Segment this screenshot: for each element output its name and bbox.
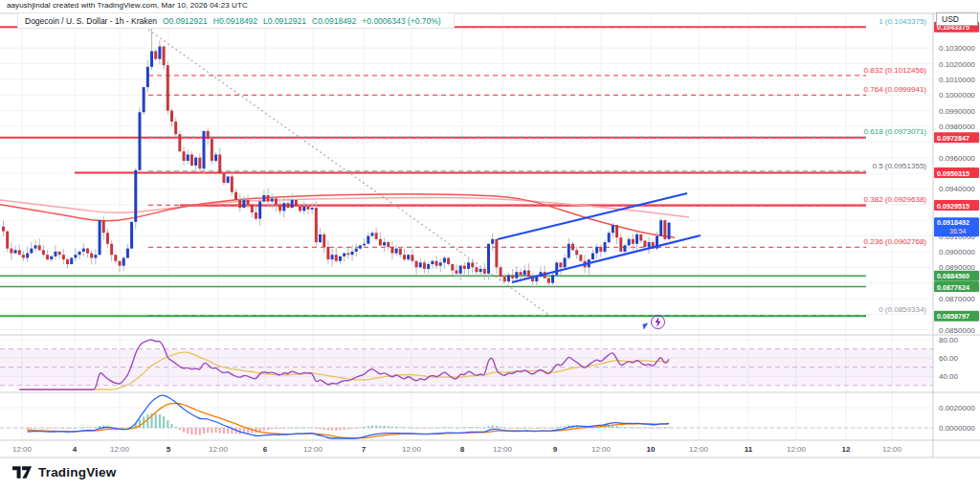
svg-text:12:00: 12:00 [303, 445, 323, 454]
footer-branding[interactable]: TradingView [12, 465, 116, 479]
svg-text:0.0972847: 0.0972847 [937, 134, 969, 143]
svg-text:0.1010000: 0.1010000 [939, 76, 975, 84]
svg-text:5: 5 [167, 445, 171, 454]
svg-text:12:00: 12:00 [493, 445, 513, 454]
svg-text:12:00: 12:00 [882, 445, 902, 454]
svg-text:40.00: 40.00 [939, 372, 959, 381]
svg-text:0.5 (0.0951355): 0.5 (0.0951355) [873, 162, 927, 170]
svg-text:60.00: 60.00 [939, 354, 959, 363]
lightning-bolt-icon [654, 317, 662, 327]
svg-text:1 (0.1043375): 1 (0.1043375) [879, 17, 926, 26]
svg-text:0.0000000: 0.0000000 [939, 424, 975, 433]
svg-text:80.00: 80.00 [939, 336, 959, 345]
ohlc-legend[interactable]: Dogecoin / U. S. Dollar - 1h - Kraken O0… [17, 12, 455, 29]
change-value: +0.0006343 (+0.70%) [362, 16, 440, 26]
svg-text:0.0980000: 0.0980000 [939, 122, 975, 131]
symbol-title: Dogecoin / U. S. Dollar - 1h - Kraken [25, 16, 157, 26]
svg-text:0.382 (0.0929638): 0.382 (0.0929638) [864, 195, 927, 204]
svg-text:0.0850000: 0.0850000 [939, 326, 975, 335]
svg-text:0.0900000: 0.0900000 [939, 248, 975, 256]
svg-text:0.0950315: 0.0950315 [937, 169, 969, 178]
svg-text:36:54: 36:54 [949, 228, 967, 234]
svg-text:0.0918492: 0.0918492 [937, 218, 969, 227]
svg-text:12:00: 12:00 [787, 445, 807, 454]
lightning-annotation[interactable] [651, 315, 665, 329]
rsi-band [0, 349, 933, 386]
price-chart-canvas[interactable]: 1 (0.1043375)0.832 (0.1012456)0.764 (0.0… [0, 0, 980, 490]
svg-text:0.0877624: 0.0877624 [937, 283, 969, 292]
fib-retracement-lines [148, 27, 866, 315]
svg-text:0.832 (0.1012456): 0.832 (0.1012456) [864, 66, 927, 75]
svg-text:11: 11 [745, 445, 753, 454]
brand-name: TradingView [38, 465, 116, 479]
svg-text:9: 9 [553, 445, 558, 454]
svg-text:0.0960000: 0.0960000 [939, 154, 975, 163]
fib-labels: 1 (0.1043375)0.832 (0.1012456)0.764 (0.0… [864, 17, 927, 314]
time-axis[interactable]: 12:00412:00512:00612:00712:00812:00912:0… [12, 445, 902, 454]
svg-text:12:00: 12:00 [209, 445, 229, 454]
tradingview-chart-window: aayushjindal created with TradingView.co… [0, 0, 980, 490]
svg-text:4: 4 [73, 445, 78, 454]
svg-text:0.1030000: 0.1030000 [939, 44, 975, 53]
svg-text:12:00: 12:00 [12, 445, 33, 454]
svg-text:0.1000000: 0.1000000 [939, 91, 975, 100]
svg-text:10: 10 [647, 445, 656, 454]
svg-text:0.236 (0.0902768): 0.236 (0.0902768) [864, 237, 927, 246]
close-value: C0.0918492 [312, 16, 356, 26]
svg-text:0.0870000: 0.0870000 [939, 295, 975, 303]
svg-text:12:00: 12:00 [402, 445, 422, 454]
price-axis[interactable]: 0.10300000.10200000.10100000.10000000.09… [939, 44, 975, 433]
open-value: O0.0912921 [163, 16, 208, 26]
svg-text:0.0020000: 0.0020000 [939, 404, 975, 412]
low-value: L0.0912921 [263, 16, 306, 26]
svg-text:0.1020000: 0.1020000 [939, 60, 975, 69]
high-value: H0.0918492 [213, 16, 257, 26]
svg-text:0.0884560: 0.0884560 [937, 272, 969, 280]
svg-text:6: 6 [263, 445, 268, 454]
svg-text:0.618 (0.0973071): 0.618 (0.0973071) [864, 127, 927, 136]
svg-text:7: 7 [362, 445, 367, 454]
currency-toggle[interactable]: USD [936, 12, 978, 26]
svg-text:0.0858797: 0.0858797 [937, 312, 969, 321]
macd-pane [27, 395, 670, 438]
svg-text:0 (0.0859334): 0 (0.0859334) [879, 305, 926, 314]
svg-text:12:00: 12:00 [591, 445, 612, 454]
svg-text:12:00: 12:00 [110, 445, 130, 454]
svg-text:12: 12 [842, 445, 851, 454]
svg-text:0.0929515: 0.0929515 [937, 202, 969, 211]
pointer-cursor-icon [642, 323, 649, 329]
tradingview-logo-icon [12, 466, 33, 479]
svg-text:0.764 (0.0999941): 0.764 (0.0999941) [864, 85, 927, 94]
svg-text:8: 8 [460, 445, 465, 454]
svg-text:0.0940000: 0.0940000 [939, 185, 975, 193]
svg-text:0.0990000: 0.0990000 [939, 107, 975, 116]
svg-text:12:00: 12:00 [689, 445, 709, 454]
